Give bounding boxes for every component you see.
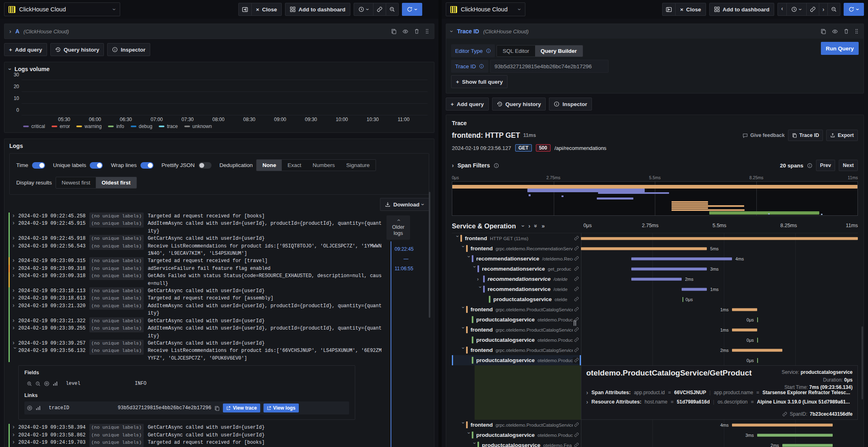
wrap-lines-toggle[interactable] (140, 162, 153, 169)
log-expand-chevron[interactable]: › (13, 287, 18, 293)
log-row[interactable]: ›2024-02-19 09:23:18.613(no unique label… (7, 295, 383, 302)
trace-minimap[interactable]: 0μs2.75ms5.5ms8.25ms11ms (452, 175, 858, 216)
log-expand-chevron[interactable]: › (13, 424, 18, 430)
sql-editor-option[interactable]: SQL Editor (497, 46, 535, 56)
trash-icon[interactable] (844, 28, 849, 34)
trace-id-button[interactable]: Trace ID (788, 130, 823, 141)
log-expand-chevron[interactable]: › (13, 220, 18, 226)
span-name-cell[interactable]: ›productcatalogserviceoteldemo.Produc (452, 430, 581, 440)
span-timeline-cell[interactable]: 4ms (581, 420, 858, 430)
shift-time-back-button[interactable]: › (777, 3, 787, 16)
span-name-cell[interactable]: ›frontendHTTP GET (11ms) (452, 233, 581, 243)
share-link-button[interactable] (806, 3, 819, 16)
expand-one-icon[interactable]: › (528, 223, 530, 229)
display-option-newest[interactable]: Newest first (56, 177, 96, 188)
log-row[interactable]: ›2024-02-19 09:22:45.918(no unique label… (7, 235, 383, 242)
prev-span-button[interactable]: Prev (816, 160, 835, 171)
span-filters-chevron-icon[interactable]: › (452, 163, 454, 168)
add-query-button[interactable]: +Add query (4, 43, 47, 56)
span-name-cell[interactable]: ›frontendgrpc.oteldemo.RecommendationSer… (452, 243, 581, 254)
give-feedback-link[interactable]: Give feedback (743, 132, 785, 138)
span-link-icon[interactable] (573, 442, 579, 447)
span-timeline-cell[interactable]: 1ms (581, 284, 858, 294)
inspector-button[interactable]: Inspector (549, 98, 592, 111)
view-logs-button[interactable]: View logs (263, 404, 299, 412)
expand-query-chevron-icon[interactable]: › (9, 28, 11, 34)
display-option-oldest[interactable]: Oldest first (96, 177, 136, 188)
span-row[interactable]: productcatalogserviceoteldemo.Produc0μs (452, 315, 858, 325)
legend-item[interactable]: unknown (184, 124, 212, 129)
trash-icon[interactable] (414, 28, 419, 34)
span-name-cell[interactable]: ›frontendgrpc.oteldemo.ProductCatalogSer… (452, 345, 581, 355)
span-row[interactable]: ›frontendgrpc.oteldemo.RecommendationSer… (452, 243, 858, 254)
eye-icon[interactable] (402, 28, 408, 35)
log-expand-chevron[interactable]: › (13, 340, 18, 345)
span-timeline-cell[interactable]: 5ms (581, 243, 858, 254)
time-range-button[interactable]: › (354, 3, 374, 16)
log-expand-chevron[interactable]: › (13, 272, 18, 278)
query-row[interactable]: › Trace ID (ClickHouse Cloud) (446, 24, 864, 39)
log-expand-chevron[interactable]: › (13, 317, 18, 323)
time-toggle[interactable] (32, 162, 45, 169)
log-row[interactable]: ›2024-02-19 09:23:09.315(no unique label… (7, 257, 383, 265)
unique-labels-toggle[interactable] (90, 162, 103, 169)
log-expand-chevron[interactable]: › (13, 347, 18, 353)
span-row[interactable]: ›recommendationserviceget_produc3ms (452, 264, 858, 274)
refresh-button[interactable]: › (844, 3, 864, 16)
span-row[interactable]: ›frontendgrpc.oteldemo.ProductCatalogSer… (452, 420, 858, 430)
log-row[interactable]: ›2024-02-19 09:23:21.320(no unique label… (7, 302, 383, 317)
toggle-visibility-icon[interactable] (44, 381, 50, 386)
span-row[interactable]: productcatalogserviceoteldemo.Produc0μs (452, 355, 858, 365)
drag-handle-icon[interactable] (425, 28, 429, 34)
span-name-cell[interactable]: ›recommendationserviceget_produc (452, 264, 581, 274)
log-navigation-scrollbar[interactable] (391, 241, 391, 447)
span-toggle-chevron[interactable]: › (466, 432, 471, 438)
datasource-picker[interactable]: ClickHouse Cloud › (446, 2, 525, 16)
span-timeline-cell[interactable]: 4ms (581, 254, 858, 264)
span-toggle-chevron[interactable]: › (466, 256, 471, 262)
span-name-cell[interactable]: productcatalogserviceoteldemo.Produc (452, 315, 581, 325)
zoom-out-button[interactable] (386, 3, 399, 16)
span-row[interactable]: ›recommendationservice/otelde2ms (452, 274, 858, 284)
share-link-button[interactable] (373, 3, 386, 16)
query-history-button[interactable]: Query history (492, 98, 546, 111)
span-link-icon[interactable] (573, 286, 579, 293)
log-row[interactable]: ›2024-02-19 09:23:56.132(no unique label… (7, 347, 383, 362)
span-link-icon[interactable] (573, 327, 579, 333)
split-pane-icon-button[interactable] (662, 3, 676, 16)
expand-resource-attributes-chevron[interactable]: › (586, 399, 588, 405)
eye-icon[interactable] (832, 28, 838, 35)
span-name-cell[interactable]: ›recommendationservice/otelde (452, 274, 581, 284)
span-timeline-cell[interactable]: 2ms (581, 345, 858, 355)
span-link-icon[interactable] (573, 266, 579, 272)
log-row[interactable]: ›2024-02-19 09:23:39.257(no unique label… (7, 340, 383, 347)
older-logs-button[interactable]: › Older logs (386, 215, 410, 240)
span-link-icon[interactable] (573, 276, 579, 282)
span-row[interactable]: ›recommendationservice/otelde1ms (452, 284, 858, 294)
log-row[interactable]: ›2024-02-19 09:22:56.543(no unique label… (7, 243, 383, 258)
collapse-deep-icon[interactable]: » (533, 224, 539, 228)
span-timeline-cell[interactable]: 0μs (581, 315, 858, 325)
span-row[interactable]: ›frontendgrpc.oteldemo.ProductCatalogSer… (452, 325, 858, 335)
span-link-icon[interactable] (573, 432, 579, 438)
span-link-icon[interactable] (573, 357, 579, 364)
span-link-icon[interactable] (573, 422, 579, 428)
collapse-panel-chevron-icon[interactable]: › (7, 68, 13, 70)
copy-icon[interactable] (214, 406, 220, 411)
trace-id-input[interactable]: 93b5d327129815e4bb26bc74e2b17296 (490, 60, 609, 73)
add-to-dashboard-button[interactable]: Add to dashboard (709, 3, 775, 16)
left-pane-scrollbar[interactable] (429, 192, 430, 318)
span-timeline-cell[interactable]: 1ms (581, 304, 858, 315)
span-toggle-chevron[interactable]: › (472, 442, 477, 447)
next-span-button[interactable]: Next (839, 160, 858, 171)
log-row[interactable]: ›2024-02-19 09:23:09.318(no unique label… (7, 272, 383, 287)
log-expand-chevron[interactable]: › (13, 302, 18, 308)
span-link-icon[interactable] (573, 306, 579, 313)
legend-item[interactable]: info (108, 124, 124, 129)
span-timeline-cell[interactable]: 2ms (581, 440, 858, 447)
span-toggle-chevron[interactable]: › (461, 422, 466, 428)
span-toggle-chevron[interactable]: › (461, 306, 466, 312)
log-expand-chevron[interactable]: › (13, 213, 18, 218)
log-row[interactable]: ›2024-02-19 09:22:45.258(no unique label… (7, 213, 383, 220)
log-expand-chevron[interactable]: › (13, 295, 18, 300)
